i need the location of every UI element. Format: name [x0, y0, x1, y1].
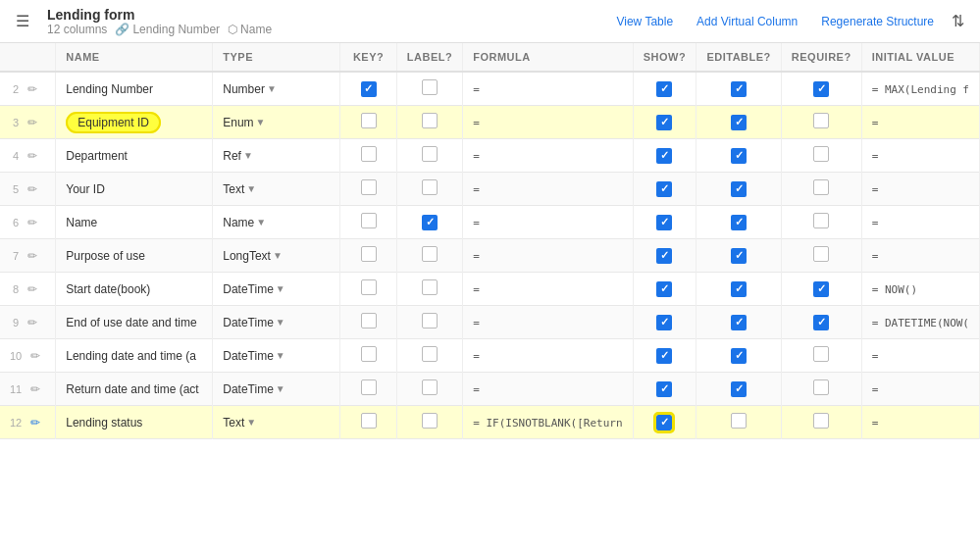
row-editable[interactable]: [696, 373, 781, 406]
type-dropdown-arrow[interactable]: ▼: [246, 417, 256, 428]
row-key[interactable]: [340, 239, 397, 273]
show-checkbox-checked[interactable]: ✓: [656, 415, 672, 430]
row-show[interactable]: [633, 306, 696, 339]
type-dropdown-arrow[interactable]: ▼: [276, 317, 285, 328]
require-checkbox-empty[interactable]: [813, 413, 829, 429]
key-checkbox-empty[interactable]: [361, 413, 377, 429]
row-type[interactable]: Text▼: [213, 173, 340, 206]
row-type[interactable]: DateTime▼: [213, 273, 340, 306]
editable-checkbox-checked[interactable]: [731, 381, 747, 397]
row-label[interactable]: [396, 239, 462, 273]
row-require[interactable]: [781, 106, 861, 139]
row-key[interactable]: [340, 273, 397, 306]
key-checkbox-empty[interactable]: [361, 313, 377, 329]
row-show[interactable]: [633, 339, 696, 373]
editable-checkbox-checked[interactable]: [731, 315, 747, 330]
row-show[interactable]: [633, 373, 696, 406]
chevron-icon[interactable]: ⇅: [952, 12, 964, 30]
editable-checkbox-checked[interactable]: [731, 248, 747, 264]
key-checkbox-empty[interactable]: [361, 279, 377, 295]
row-editable[interactable]: [696, 406, 781, 439]
row-label[interactable]: [396, 206, 462, 239]
key-checkbox-empty[interactable]: [361, 246, 377, 262]
editable-checkbox-checked[interactable]: [731, 115, 747, 130]
label-checkbox-empty[interactable]: [422, 79, 438, 95]
type-dropdown-arrow[interactable]: ▼: [276, 383, 285, 394]
type-dropdown-arrow[interactable]: ▼: [246, 183, 256, 194]
row-label[interactable]: [396, 106, 462, 139]
regenerate-structure-button[interactable]: Regenerate Structure: [815, 11, 940, 32]
label-checkbox-empty[interactable]: [422, 146, 438, 162]
row-editable[interactable]: [696, 273, 781, 306]
edit-icon[interactable]: ✏: [23, 82, 42, 96]
require-checkbox-checked[interactable]: [813, 81, 829, 97]
row-key[interactable]: [340, 339, 397, 373]
type-dropdown-arrow[interactable]: ▼: [256, 217, 266, 227]
require-checkbox-checked[interactable]: [813, 315, 829, 330]
row-type[interactable]: Number▼: [213, 72, 340, 106]
row-require[interactable]: [781, 173, 861, 206]
row-show[interactable]: [633, 106, 696, 139]
show-checkbox-checked[interactable]: [656, 215, 672, 230]
edit-icon[interactable]: ✏: [23, 282, 42, 296]
editable-checkbox-checked[interactable]: [731, 148, 747, 164]
editable-checkbox-checked[interactable]: [731, 348, 747, 364]
type-dropdown-arrow[interactable]: ▼: [273, 250, 283, 261]
editable-checkbox-checked[interactable]: [731, 81, 747, 97]
row-editable[interactable]: [696, 206, 781, 239]
type-dropdown-arrow[interactable]: ▼: [243, 150, 253, 161]
edit-icon[interactable]: ✏: [23, 182, 42, 196]
row-show[interactable]: [633, 206, 696, 239]
type-dropdown-arrow[interactable]: ▼: [256, 117, 266, 127]
editable-checkbox-checked[interactable]: [731, 181, 747, 197]
show-checkbox-checked[interactable]: [656, 148, 672, 164]
row-key[interactable]: [340, 139, 397, 173]
type-dropdown-arrow[interactable]: ▼: [276, 350, 285, 361]
row-show[interactable]: [633, 273, 696, 306]
row-type[interactable]: LongText▼: [213, 239, 340, 273]
breadcrumb-name[interactable]: ⬡ Name: [228, 23, 272, 36]
row-label[interactable]: [396, 406, 462, 439]
row-label[interactable]: [396, 72, 462, 106]
show-checkbox-checked[interactable]: [656, 248, 672, 264]
row-label[interactable]: [396, 273, 462, 306]
type-dropdown-arrow[interactable]: ▼: [276, 283, 285, 294]
row-key[interactable]: [340, 373, 397, 406]
row-label[interactable]: [396, 173, 462, 206]
key-checkbox-empty[interactable]: [361, 113, 377, 128]
row-editable[interactable]: [696, 306, 781, 339]
key-checkbox-empty[interactable]: [361, 179, 377, 195]
row-show[interactable]: [633, 139, 696, 173]
require-checkbox-empty[interactable]: [813, 379, 829, 395]
label-checkbox-empty[interactable]: [422, 279, 438, 295]
require-checkbox-empty[interactable]: [813, 346, 829, 362]
row-label[interactable]: [396, 339, 462, 373]
row-label[interactable]: [396, 139, 462, 173]
edit-icon[interactable]: ✏: [23, 149, 42, 163]
view-table-button[interactable]: View Table: [610, 11, 679, 32]
row-type[interactable]: Name▼: [213, 206, 340, 239]
row-show[interactable]: ✓: [633, 406, 696, 439]
row-editable[interactable]: [696, 106, 781, 139]
row-key[interactable]: [340, 72, 397, 106]
require-checkbox-empty[interactable]: [813, 213, 829, 228]
key-checkbox-empty[interactable]: [361, 146, 377, 162]
row-type[interactable]: Text▼: [213, 406, 340, 439]
row-type[interactable]: DateTime▼: [213, 339, 340, 373]
hamburger-icon[interactable]: ☰: [16, 12, 29, 30]
row-label[interactable]: [396, 306, 462, 339]
key-checkbox-empty[interactable]: [361, 213, 377, 228]
row-type[interactable]: Ref▼: [213, 139, 340, 173]
row-key[interactable]: [340, 173, 397, 206]
key-checkbox-checked[interactable]: [361, 81, 377, 97]
editable-checkbox-checked[interactable]: [731, 281, 747, 297]
show-checkbox-checked[interactable]: [656, 315, 672, 330]
edit-icon[interactable]: ✏: [23, 216, 42, 229]
breadcrumb-lending-number[interactable]: 🔗 Lending Number: [115, 23, 220, 36]
row-key[interactable]: [340, 406, 397, 439]
row-editable[interactable]: [696, 339, 781, 373]
row-require[interactable]: [781, 139, 861, 173]
row-editable[interactable]: [696, 239, 781, 273]
require-checkbox-empty[interactable]: [813, 246, 829, 262]
type-dropdown-arrow[interactable]: ▼: [267, 83, 277, 94]
